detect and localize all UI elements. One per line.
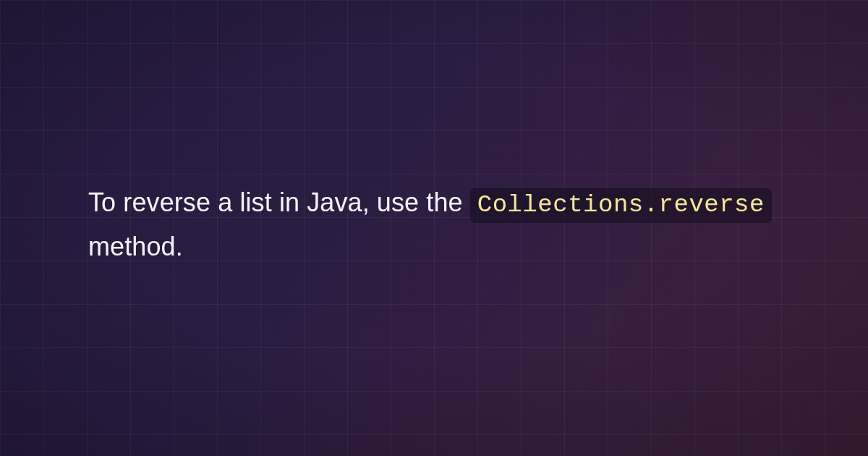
main-text: To reverse a list in Java, use the Colle… <box>88 181 781 268</box>
text-before-code: To reverse a list in Java, use the <box>88 187 470 217</box>
text-after-code: method. <box>88 232 183 261</box>
inline-code: Collections.reverse <box>470 188 772 223</box>
